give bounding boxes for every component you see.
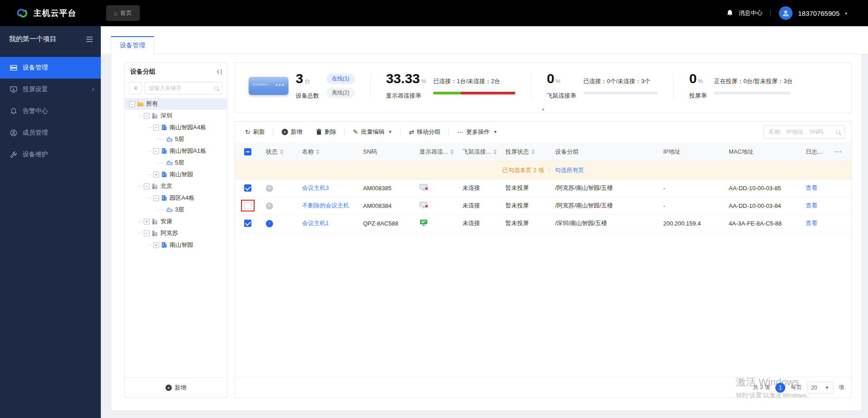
sidebar-item-设备管理[interactable]: 设备管理 — [0, 57, 101, 79]
refresh-button[interactable]: ↻ 刷新 — [245, 128, 265, 136]
tree-node-南山智园A1栋[interactable]: −南山智园A1栋 — [125, 145, 227, 157]
home-button[interactable]: ⌂ 首页 — [106, 5, 140, 21]
tab-device-management[interactable]: 设备管理 — [111, 36, 154, 54]
page-1-button[interactable]: 1 — [775, 383, 785, 393]
tree-expand-icon[interactable]: + — [153, 242, 159, 248]
sidebar-item-投屏设置[interactable]: 投屏设置 — [0, 79, 101, 100]
building-icon — [161, 124, 167, 131]
column-header-MAC地址[interactable]: MAC地址 — [723, 148, 800, 156]
device-name-link[interactable]: 会议主机3 — [302, 184, 329, 191]
select-all-checkbox[interactable] — [244, 148, 251, 155]
tree-node-深圳[interactable]: −深圳 — [125, 110, 227, 122]
sort-arrows-icon[interactable] — [280, 149, 283, 155]
sidebar: 我的第一个项目 设备管理投屏设置告警中心成员管理设备维护 — [0, 26, 101, 418]
status-cell: ✕ — [260, 202, 297, 210]
online-count-badge[interactable]: 在线(1) — [326, 74, 355, 84]
cast-status-cell: 暂未投屏 — [500, 219, 550, 227]
view-log-link[interactable]: 查看 — [806, 202, 817, 209]
sort-arrows-icon[interactable] — [493, 149, 497, 155]
page-size-select[interactable]: 20 ▼ — [807, 382, 833, 394]
sort-arrows-icon[interactable] — [531, 149, 535, 155]
column-header-投屏状态[interactable]: 投屏状态 — [500, 148, 550, 156]
tree-collapse-icon[interactable]: − — [144, 183, 150, 189]
tree-node-南山智园[interactable]: +南山智园 — [125, 169, 227, 180]
row-checkbox[interactable] — [244, 220, 251, 227]
logo-swirl-icon — [15, 6, 29, 20]
tree-collapse-icon[interactable]: − — [153, 148, 159, 154]
search-icon — [214, 86, 218, 90]
maintenance-wrench-icon — [10, 151, 17, 158]
column-header-日志...[interactable]: 日志... — [800, 148, 827, 156]
column-header-label: 名称 — [302, 148, 314, 156]
tree-expand-toggle-button[interactable]: ≡ — [129, 82, 142, 94]
tree-node-北京[interactable]: −北京 — [125, 180, 227, 192]
tree-node-5层[interactable]: 5层 — [125, 157, 227, 169]
stats-collapse-arrow-icon[interactable]: ▲ — [533, 106, 553, 112]
view-log-link[interactable]: 查看 — [806, 220, 817, 226]
sidebar-item-设备维护[interactable]: 设备维护 — [0, 144, 101, 165]
notification-bell-icon[interactable] — [726, 9, 733, 17]
username-text[interactable]: 18370765905 — [798, 9, 840, 17]
tree-node-label: 阿克苏 — [160, 229, 178, 237]
column-header-名称[interactable]: 名称 — [297, 148, 358, 156]
tree-expand-icon[interactable]: + — [144, 219, 150, 225]
tree-collapse-icon[interactable]: − — [144, 230, 150, 236]
tree-node-所有[interactable]: −所有 — [125, 98, 227, 110]
tree-node-南山智园[interactable]: +南山智园 — [125, 239, 227, 251]
tree-collapse-icon[interactable]: − — [153, 195, 159, 201]
tree-expand-icon[interactable]: + — [153, 172, 159, 178]
row-checkbox[interactable] — [244, 184, 251, 192]
move-group-button[interactable]: ⇄ 移动分组 — [409, 128, 440, 136]
table-header-row: 状态名称SN码显示器连...飞鼠连接...投屏状态设备分组IP地址MAC地址日志… — [235, 142, 851, 161]
view-log-link[interactable]: 查看 — [806, 184, 817, 191]
monitor-status-cell — [414, 184, 457, 193]
panel-collapse-icon[interactable] — [217, 69, 222, 75]
tree-collapse-icon[interactable]: − — [153, 125, 159, 131]
selected-count-text: 已勾选本页 2 项 — [502, 166, 544, 174]
keyword-search-input[interactable]: 请输入关键字 — [145, 82, 222, 94]
sidebar-item-成员管理[interactable]: 成员管理 — [0, 122, 101, 144]
user-menu-caret-icon[interactable]: ▾ — [845, 11, 847, 16]
tree-node-南山智园A4栋[interactable]: −南山智园A4栋 — [125, 122, 227, 133]
message-center-link[interactable]: 消息中心 — [739, 9, 762, 17]
tree-collapse-icon[interactable]: − — [129, 101, 135, 107]
search-icon — [836, 130, 840, 134]
more-actions-button[interactable]: ⋯ 更多操作 ▼ — [457, 128, 497, 136]
offline-count-badge[interactable]: 离线(2) — [326, 88, 355, 98]
device-name-link[interactable]: 会议主机1 — [302, 220, 329, 226]
column-header-设备分组[interactable]: 设备分组 — [550, 148, 658, 156]
toolbar-divider — [448, 129, 449, 135]
add-device-button[interactable]: + 新增 — [282, 128, 302, 136]
select-all-pages-link[interactable]: 勾选所有页 — [555, 166, 584, 174]
batch-edit-button[interactable]: ✎ 批量编辑 ▼ — [353, 128, 392, 136]
tree-node-5层[interactable]: 5层 — [125, 133, 227, 145]
user-avatar[interactable] — [779, 6, 793, 20]
device-name-link[interactable]: 不删除的会议主机 — [302, 202, 349, 209]
table-search-placeholder: 名称、IP地址、SN码 — [769, 128, 823, 136]
tree-node-阿克苏[interactable]: −阿克苏 — [125, 227, 227, 239]
sort-arrows-icon[interactable] — [316, 149, 320, 155]
tree-node-安康[interactable]: +安康 — [125, 216, 227, 227]
column-header-SN码[interactable]: SN码 — [358, 148, 414, 156]
column-settings-icon[interactable]: ⋯ — [827, 147, 850, 156]
column-header-显示器连...[interactable]: 显示器连... — [414, 148, 457, 156]
monitor-connected-icon — [420, 219, 428, 226]
row-checkbox[interactable] — [244, 202, 251, 209]
monitor-detail-text: 已连接：1台/未连接：2台 — [433, 77, 515, 85]
monitor-disconnected-icon — [420, 184, 429, 191]
sort-arrows-icon[interactable] — [450, 149, 454, 155]
table-toolbar: ↻ 刷新 + 新增 删除 — [235, 122, 851, 142]
sidebar-item-告警中心[interactable]: 告警中心 — [0, 100, 101, 122]
delete-button[interactable]: 删除 — [316, 128, 336, 136]
column-header-状态[interactable]: 状态 — [260, 148, 297, 156]
column-header-飞鼠连接...[interactable]: 飞鼠连接... — [457, 148, 500, 156]
device-name-cell: 不删除的会议主机 — [297, 202, 358, 210]
sidebar-collapse-icon[interactable] — [86, 37, 93, 42]
monitor-progress-bar — [433, 92, 515, 94]
tree-collapse-icon[interactable]: − — [144, 113, 150, 119]
tree-node-园区A4栋[interactable]: −园区A4栋 — [125, 192, 227, 204]
add-group-button[interactable]: + 新增 — [125, 377, 227, 397]
table-search-input[interactable]: 名称、IP地址、SN码 — [764, 125, 845, 139]
tree-node-3层[interactable]: 3层 — [125, 204, 227, 216]
column-header-IP地址[interactable]: IP地址 — [658, 148, 723, 156]
